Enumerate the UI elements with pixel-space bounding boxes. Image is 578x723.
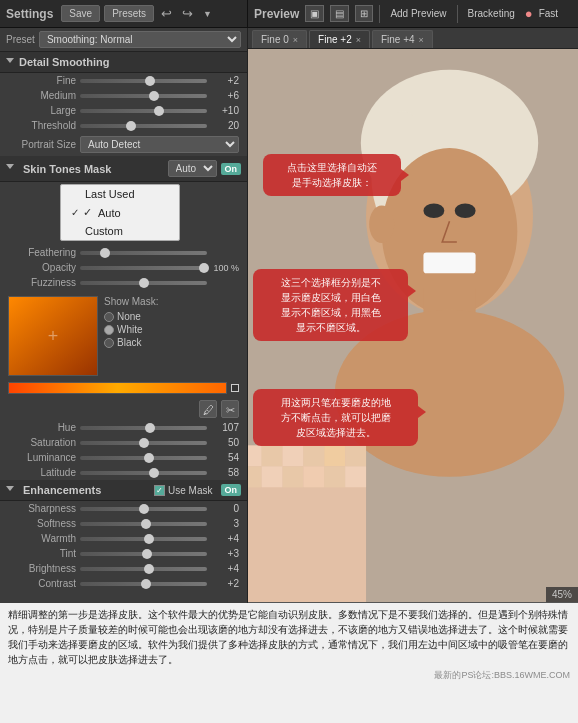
svg-rect-9 [262,445,283,466]
preset-label: Preset [6,34,35,45]
none-radio[interactable] [104,312,114,322]
brightness-value: +4 [211,563,239,574]
none-radio-row[interactable]: None [104,311,158,322]
brightness-track[interactable] [80,567,207,571]
skin-tones-header[interactable]: Skin Tones Mask Auto On [0,156,247,182]
left-top-bar: Settings Save Presets ↩ ↪ ▼ [0,0,248,27]
color-swatch[interactable]: + [8,296,98,376]
latitude-thumb[interactable] [149,468,159,478]
brightness-thumb[interactable] [144,564,154,574]
bracketing-button[interactable]: Bracketing [464,6,519,21]
view-split-button[interactable]: ▤ [330,5,349,22]
view-multi-button[interactable]: ⊞ [355,5,373,22]
svg-rect-18 [324,466,345,487]
luminance-track[interactable] [80,456,207,460]
fast-icon: ● [525,6,533,21]
left-panel: Preset Smoothing: Normal Detail Smoothin… [0,28,248,603]
warmth-thumb[interactable] [144,534,154,544]
warmth-track[interactable] [80,537,207,541]
threshold-slider-row: Threshold 20 [0,118,247,133]
view-single-button[interactable]: ▣ [305,5,324,22]
tab-close-1[interactable]: × [356,35,361,45]
brush-remove-button[interactable]: ✂ [221,400,239,418]
opacity-label: Opacity [8,262,76,273]
bubble-brushes: 用这两只笔在要磨皮的地方不断点击，就可以把磨皮区域选择进去。 [253,389,418,446]
tint-thumb[interactable] [142,549,152,559]
white-radio[interactable] [104,325,114,335]
redo-button[interactable]: ↪ [179,4,196,23]
tint-value: +3 [211,548,239,559]
bubble-arrow3 [418,406,426,418]
brush-add-button[interactable]: 🖊 [199,400,217,418]
feathering-thumb[interactable] [100,248,110,258]
opacity-thumb[interactable] [199,263,209,273]
tint-track[interactable] [80,552,207,556]
preset-select[interactable]: Smoothing: Normal [39,31,241,48]
enhancements-header[interactable]: Enhancements ✓ Use Mask On [0,480,247,501]
latitude-track[interactable] [80,471,207,475]
portrait-size-label: Portrait Size [8,139,76,150]
svg-point-23 [369,206,394,244]
tab-close-0[interactable]: × [293,35,298,45]
svg-point-21 [423,203,444,218]
contrast-thumb[interactable] [141,579,151,589]
white-radio-row[interactable]: White [104,324,158,335]
dropdown-last-used[interactable]: Last Used [61,185,179,203]
large-thumb[interactable] [154,106,164,116]
contrast-track[interactable] [80,582,207,586]
presets-button[interactable]: Presets [104,5,154,22]
opacity-track[interactable] [80,266,207,270]
svg-rect-8 [248,445,262,466]
use-mask-check[interactable]: ✓ Use Mask [154,485,212,496]
medium-track[interactable] [80,94,207,98]
fuzziness-thumb[interactable] [139,278,149,288]
fine-slider-row: Fine +2 [0,73,247,88]
portrait-size-select[interactable]: Auto Detect [80,136,239,153]
saturation-thumb[interactable] [139,438,149,448]
saturation-track[interactable] [80,441,207,445]
latitude-label: Latitude [8,467,76,478]
tab-fine-0[interactable]: Fine 0 × [252,30,307,48]
preview-area[interactable]: 点击这里选择自动还是手动选择皮肤： 这三个选择框分别是不显示磨皮区域，用白色显示… [248,49,578,602]
tab-fine-plus4[interactable]: Fine +4 × [372,30,433,48]
black-label: Black [117,337,141,348]
hue-thumb[interactable] [145,423,155,433]
right-top-bar: Preview ▣ ▤ ⊞ Add Preview Bracketing ● F… [248,0,578,27]
save-button[interactable]: Save [61,5,100,22]
skin-dropdown-menu: Last Used ✓Auto Custom [60,184,180,241]
sharpness-track[interactable] [80,507,207,511]
softness-thumb[interactable] [141,519,151,529]
feathering-label: Feathering [8,247,76,258]
medium-thumb[interactable] [149,91,159,101]
fine-thumb[interactable] [145,76,155,86]
fuzziness-track[interactable] [80,281,207,285]
hue-marker[interactable] [231,384,239,392]
hue-color-bar[interactable] [8,382,227,394]
bottom-text-area: 精细调整的第一步是选择皮肤。这个软件最大的优势是它能自动识别皮肤。多数情况下是不… [0,603,578,723]
skin-mode-select[interactable]: Auto [168,160,217,177]
luminance-thumb[interactable] [144,453,154,463]
use-mask-checkbox[interactable]: ✓ [154,485,165,496]
hue-track[interactable] [80,426,207,430]
black-radio[interactable] [104,338,114,348]
dropdown-button[interactable]: ▼ [200,7,215,21]
tab-fine-plus2[interactable]: Fine +2 × [309,30,370,48]
dropdown-auto[interactable]: ✓Auto [61,203,179,222]
latitude-slider-row: Latitude 58 [0,465,247,480]
sharpness-label: Sharpness [8,503,76,514]
threshold-thumb[interactable] [126,121,136,131]
tab-close-2[interactable]: × [419,35,424,45]
sharpness-thumb[interactable] [139,504,149,514]
bubble-checkboxes: 这三个选择框分别是不显示磨皮区域，用白色显示不磨区域，用黑色显示不磨区域。 [253,269,408,341]
undo-button[interactable]: ↩ [158,4,175,23]
feathering-track[interactable] [80,251,207,255]
dropdown-custom[interactable]: Custom [61,222,179,240]
threshold-track[interactable] [80,124,207,128]
add-preview-button[interactable]: Add Preview [386,6,450,21]
softness-value: 3 [211,518,239,529]
fine-track[interactable] [80,79,207,83]
black-radio-row[interactable]: Black [104,337,158,348]
large-track[interactable] [80,109,207,113]
softness-track[interactable] [80,522,207,526]
detail-smoothing-header[interactable]: Detail Smoothing [0,52,247,73]
